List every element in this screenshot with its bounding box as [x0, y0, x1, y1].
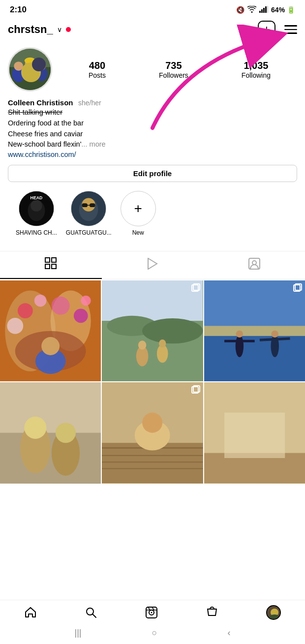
photo-3 [204, 280, 305, 381]
android-recents-button[interactable]: ||| [75, 628, 82, 638]
add-story-icon: + [134, 201, 142, 216]
posts-stat[interactable]: 480 Posts [89, 60, 106, 79]
svg-rect-24 [90, 203, 95, 207]
avatar[interactable] [8, 47, 52, 92]
following-label: Following [242, 71, 271, 79]
wifi-icon [247, 6, 256, 14]
search-icon [85, 606, 97, 619]
svg-point-91 [151, 612, 152, 613]
svg-point-51 [138, 340, 146, 349]
reels-icon [145, 606, 158, 619]
photo-cell-4[interactable] [0, 382, 101, 483]
svg-rect-28 [45, 264, 50, 269]
svg-point-40 [74, 308, 88, 323]
photo-2 [102, 280, 203, 381]
svg-rect-46 [102, 280, 203, 321]
posts-count: 480 [89, 60, 105, 71]
svg-rect-69 [0, 433, 101, 484]
story-item-new[interactable]: + New [121, 191, 156, 236]
bio-line-1: Shit-talking writer [8, 107, 297, 118]
bio-pronouns: she/her [78, 99, 101, 107]
tab-grid[interactable] [0, 251, 102, 279]
bio-link[interactable]: www.cchristison.com/ [8, 151, 76, 158]
bio-line-3: Cheese fries and caviar [8, 129, 297, 140]
svg-point-53 [159, 339, 166, 347]
person-tag-icon [248, 258, 260, 273]
svg-rect-86 [224, 413, 285, 458]
menu-line-1 [284, 25, 297, 27]
photo-cell-6[interactable] [204, 382, 305, 483]
story-label-guat: GUATGUATGU... [66, 229, 112, 236]
posts-label: Posts [89, 71, 106, 79]
edit-profile-button[interactable]: Edit profile [8, 165, 297, 182]
android-nav: ||| ○ ‹ [0, 624, 305, 644]
menu-line-2 [284, 29, 297, 31]
svg-point-41 [7, 318, 23, 334]
svg-rect-23 [82, 203, 88, 207]
nav-reels[interactable] [145, 606, 158, 619]
story-label-new: New [132, 229, 144, 236]
following-stat[interactable]: 1,035 Following [242, 60, 271, 79]
nav-shop[interactable] [206, 606, 218, 619]
svg-point-61 [236, 331, 243, 337]
stories-section: HEAD SHAVING CH... [8, 191, 297, 236]
followers-stat[interactable]: 735 Followers [159, 60, 188, 79]
photo-cell-1[interactable] [0, 280, 101, 381]
story-circle-new: + [121, 191, 156, 226]
tab-tagged[interactable] [203, 251, 305, 279]
profile-avatar [266, 605, 281, 620]
photo-cell-3[interactable] [204, 280, 305, 381]
dropdown-icon[interactable]: ∨ [57, 26, 62, 33]
svg-rect-59 [204, 336, 305, 381]
svg-point-19 [30, 200, 42, 212]
svg-point-32 [252, 261, 256, 265]
profile-top: 480 Posts 735 Followers 1,035 Following [8, 47, 297, 92]
svg-rect-2 [261, 9, 263, 13]
android-back-button[interactable]: ‹ [227, 628, 230, 638]
svg-rect-1 [259, 11, 261, 13]
svg-rect-5 [267, 6, 268, 13]
bio-line-4: New-school bard flexin'... more [8, 139, 297, 150]
svg-point-13 [35, 66, 47, 82]
svg-rect-3 [263, 8, 265, 13]
nav-search[interactable] [85, 606, 97, 619]
svg-point-44 [41, 337, 60, 355]
story-circle-guat [71, 191, 106, 226]
nav-profile[interactable] [266, 605, 281, 620]
svg-marker-30 [148, 258, 157, 269]
svg-line-88 [92, 614, 96, 618]
photo-cell-5[interactable] [102, 382, 203, 483]
story-item-shaving[interactable]: HEAD SHAVING CH... [16, 191, 57, 236]
story-label-shaving: SHAVING CH... [16, 229, 57, 236]
svg-text:HEAD: HEAD [30, 195, 42, 200]
tabs-section [0, 251, 305, 279]
menu-line-3 [284, 32, 297, 34]
followers-count: 735 [165, 60, 182, 71]
photo-4 [0, 382, 101, 483]
battery-level: 64% [271, 6, 285, 14]
stats-section: 480 Posts 735 Followers 1,035 Following [62, 60, 297, 79]
svg-point-10 [23, 63, 37, 82]
tab-reels[interactable] [102, 251, 204, 279]
nav-home[interactable] [24, 606, 37, 619]
play-icon [147, 258, 158, 273]
svg-rect-26 [45, 258, 50, 262]
bio-section: Colleen Christison she/her Shit-talking … [8, 98, 297, 159]
svg-point-81 [142, 413, 162, 433]
hamburger-menu-button[interactable] [284, 25, 297, 34]
svg-point-9 [14, 61, 23, 71]
svg-point-60 [235, 335, 243, 357]
nav-items [0, 600, 305, 624]
add-post-button[interactable]: + [258, 21, 275, 38]
story-item-guat[interactable]: GUATGUATGU... [66, 191, 112, 236]
following-count: 1,035 [244, 60, 268, 71]
header-right: + [258, 21, 297, 38]
bio-more[interactable]: ... more [81, 140, 105, 148]
header: chrstsn_ ∨ + [0, 18, 305, 43]
followers-label: Followers [159, 71, 188, 79]
photo-cell-2[interactable] [102, 280, 203, 381]
multi-photo-badge [191, 283, 200, 292]
photo-5 [102, 382, 203, 483]
android-home-button[interactable]: ○ [152, 628, 157, 638]
plus-square-icon: + [263, 23, 270, 36]
